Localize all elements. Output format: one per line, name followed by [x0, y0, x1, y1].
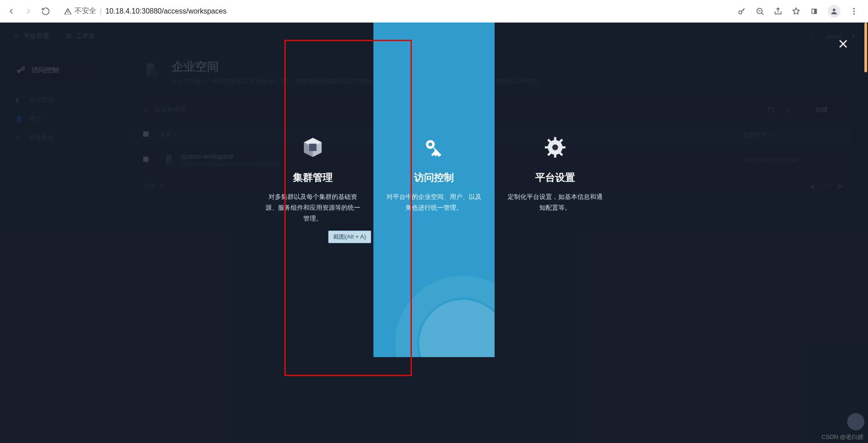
svg-point-0 [739, 11, 742, 14]
card-title: 集群管理 [293, 171, 333, 184]
watermark: CSDN @老白嫖 [821, 433, 863, 441]
card-title: 访问控制 [414, 171, 454, 184]
svg-rect-22 [309, 144, 316, 151]
card-desc: 对平台中的企业空间、用户、以及角色进行统一管理。 [384, 192, 484, 213]
svg-point-4 [833, 9, 835, 11]
menu-card-cluster[interactable]: 集群管理 对多集群以及每个集群的基础资源、服务组件和应用资源等的统一管理。 [252, 135, 373, 443]
card-desc: 定制化平台设置，如基本信息和通知配置等。 [505, 192, 605, 213]
menu-card-access[interactable]: 访问控制 对平台中的企业空间、用户、以及角色进行统一管理。 [373, 23, 495, 357]
app-page: 平台管理 工作台 ? admin ▾ 访问控制 ▮企业空间 👤用户 ◎平台角色 [0, 23, 868, 443]
url-text: 10.18.4.10:30880/access/workspaces [105, 7, 226, 15]
key-icon[interactable] [737, 7, 746, 16]
address-bar[interactable]: 不安全 | 10.18.4.10:30880/access/workspaces [58, 4, 729, 19]
svg-point-24 [429, 142, 432, 146]
browser-chrome: 不安全 | 10.18.4.10:30880/access/workspaces [0, 0, 868, 23]
svg-rect-27 [554, 137, 557, 141]
kebab-menu-icon[interactable] [849, 7, 859, 16]
chrome-actions [737, 5, 861, 18]
key-large-icon [421, 135, 447, 160]
card-desc: 对多集群以及每个集群的基础资源、服务组件和应用资源等的统一管理。 [263, 192, 363, 224]
menu-card-settings[interactable]: 平台设置 定制化平台设置，如基本信息和通知配置等。 [495, 135, 616, 443]
platform-menu: 集群管理 对多集群以及每个集群的基础资源、服务组件和应用资源等的统一管理。 访问… [0, 23, 868, 443]
svg-point-6 [853, 10, 854, 12]
extension-icon[interactable] [810, 7, 819, 16]
card-title: 平台设置 [535, 171, 575, 184]
svg-point-7 [853, 13, 854, 14]
scrollbar-indicator [864, 23, 867, 72]
security-warning-icon: 不安全 [64, 6, 96, 16]
profile-avatar-icon[interactable] [828, 5, 840, 18]
star-icon[interactable] [792, 7, 801, 16]
svg-rect-29 [545, 146, 548, 149]
cluster-icon [300, 135, 326, 160]
forward-button[interactable] [24, 7, 33, 16]
close-button[interactable] [837, 38, 849, 52]
floating-help-button[interactable] [847, 413, 864, 430]
svg-point-5 [853, 8, 854, 9]
security-label: 不安全 [75, 6, 96, 16]
svg-point-26 [552, 145, 558, 151]
svg-rect-30 [562, 146, 566, 149]
screenshot-hint-tooltip: 截图(Alt + A) [328, 231, 371, 243]
svg-rect-28 [554, 154, 557, 158]
back-button[interactable] [7, 7, 16, 16]
svg-rect-3 [812, 9, 814, 13]
share-icon[interactable] [774, 7, 783, 16]
reload-button[interactable] [41, 7, 50, 16]
gear-icon [542, 135, 568, 160]
zoom-icon[interactable] [755, 7, 764, 16]
